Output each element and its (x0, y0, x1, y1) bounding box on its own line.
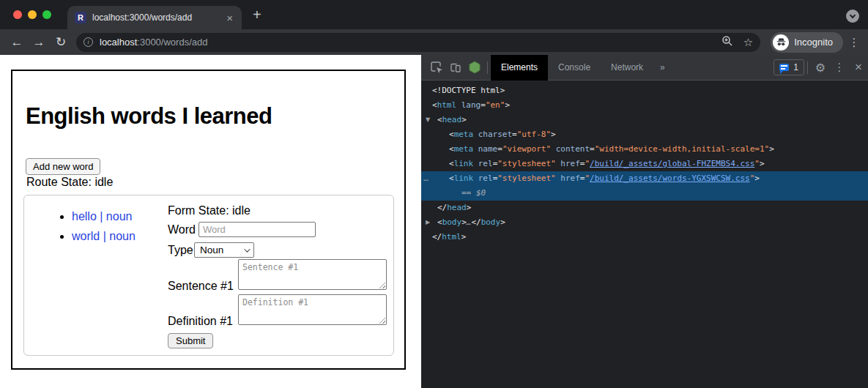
settings-gear-icon[interactable]: ⚙ (811, 58, 830, 77)
dom-node-line[interactable]: …<link rel="stylesheet" href="/build/_as… (421, 171, 868, 186)
devtools-menu-icon[interactable]: ⋮ (830, 58, 849, 77)
tab-strip: R localhost:3000/words/add × + (0, 0, 868, 29)
type-select-value: Noun (200, 245, 223, 255)
dom-node-line[interactable]: <link rel="stylesheet" href="/build/_ass… (421, 157, 868, 171)
dom-node-line[interactable]: <!DOCTYPE html> (421, 83, 868, 98)
back-button[interactable]: ← (6, 35, 28, 50)
address-bar[interactable]: i localhost:3000/words/add ☆ (76, 33, 760, 52)
sentence-label: Sentence #1 (168, 280, 234, 293)
zoom-page-icon[interactable] (722, 35, 733, 50)
bookmark-star-icon[interactable]: ☆ (743, 36, 753, 49)
issues-bubble-icon (779, 64, 789, 71)
definition-label: Definition #1 (168, 315, 233, 328)
divider (487, 61, 488, 74)
more-tabs-icon[interactable]: » (653, 62, 672, 72)
dom-tree: <!DOCTYPE html><html lang="en">▼<head><m… (421, 81, 868, 245)
new-tab-button[interactable]: + (253, 7, 261, 23)
type-select[interactable]: Noun (194, 242, 254, 258)
traffic-lights (13, 10, 51, 19)
device-toolbar-icon[interactable] (446, 58, 465, 77)
devtools-tab-console[interactable]: Console (548, 55, 601, 81)
sentence-textarea[interactable] (238, 259, 387, 290)
tab-title: localhost:3000/words/add (92, 12, 225, 23)
browser-toolbar: ← → ↻ i localhost:3000/words/add ☆ (0, 29, 868, 55)
reload-button[interactable]: ↻ (50, 34, 72, 50)
dom-node-line[interactable]: ▼<head> (421, 113, 868, 127)
devtools-panel: Elements Console Network » 1 ⚙ ⋮ × <!DOC… (421, 55, 868, 388)
tab-close-icon[interactable]: × (225, 12, 234, 23)
dom-node-line[interactable]: == $0 (421, 186, 868, 201)
issues-count: 1 (793, 62, 798, 72)
browser-tab[interactable]: R localhost:3000/words/add × (67, 6, 242, 29)
incognito-badge: Incognito (771, 32, 843, 53)
submit-button[interactable]: Submit (168, 333, 213, 348)
incognito-label: Incognito (794, 37, 833, 48)
chevron-down-icon (849, 12, 855, 18)
window-minimize-button[interactable] (28, 10, 37, 19)
word-list-item: hello | noun (72, 210, 136, 223)
devtools-close-icon[interactable]: × (849, 58, 868, 77)
devtools-toolbar: Elements Console Network » 1 ⚙ ⋮ × (421, 55, 868, 81)
page-title: English words I learned (26, 103, 272, 130)
chevron-down-icon (244, 246, 250, 252)
dom-node-line[interactable]: </html> (421, 230, 868, 245)
dom-node-line[interactable]: <html lang="en"> (421, 98, 868, 113)
site-info-icon[interactable]: i (84, 37, 93, 47)
devtools-tab-network[interactable]: Network (601, 55, 653, 81)
word-link[interactable]: hello | noun (72, 210, 132, 223)
dom-node-line[interactable]: ▶<body>…</body> (421, 215, 868, 230)
type-label: Type (168, 244, 193, 257)
dom-node-line[interactable]: <meta charset="utf-8"> (421, 127, 868, 142)
devtools-tab-elements[interactable]: Elements (491, 55, 548, 81)
node-options-ellipsis[interactable]: … (423, 171, 429, 186)
window-close-button[interactable] (13, 10, 22, 19)
tab-search-button[interactable] (846, 10, 859, 23)
add-new-word-button[interactable]: Add new word (26, 158, 100, 175)
route-state-text: Route State: idle (26, 176, 113, 189)
window-zoom-button[interactable] (42, 10, 51, 19)
node-icon[interactable] (465, 58, 484, 77)
word-list: hello | nounworld | noun (59, 210, 136, 250)
url-text: localhost:3000/words/add (100, 37, 711, 48)
incognito-icon (773, 34, 789, 51)
divider (807, 61, 808, 74)
web-page: English words I learned Add new word Rou… (0, 55, 421, 388)
definition-textarea[interactable] (238, 294, 387, 325)
word-input[interactable] (199, 222, 316, 237)
word-list-item: world | noun (72, 230, 136, 243)
forward-button[interactable]: → (28, 35, 50, 50)
form-state-text: Form State: idle (168, 204, 251, 217)
expand-open-icon[interactable]: ▼ (426, 113, 430, 127)
browser-menu-icon[interactable]: ⋮ (846, 36, 862, 49)
word-link[interactable]: world | noun (72, 230, 136, 242)
word-label: Word (168, 223, 196, 236)
dom-node-line[interactable]: <meta name="viewport" content="width=dev… (421, 142, 868, 157)
page-container: English words I learned Add new word Rou… (11, 70, 406, 370)
remix-favicon: R (75, 12, 86, 23)
issues-counter[interactable]: 1 (774, 59, 804, 75)
expand-closed-icon[interactable]: ▶ (426, 215, 430, 230)
inspect-element-icon[interactable] (427, 58, 446, 77)
dom-node-line[interactable]: </head> (421, 201, 868, 215)
words-panel: hello | nounworld | noun Form State: idl… (23, 195, 394, 356)
browser-window: R localhost:3000/words/add × + ← → ↻ i l… (0, 0, 868, 388)
